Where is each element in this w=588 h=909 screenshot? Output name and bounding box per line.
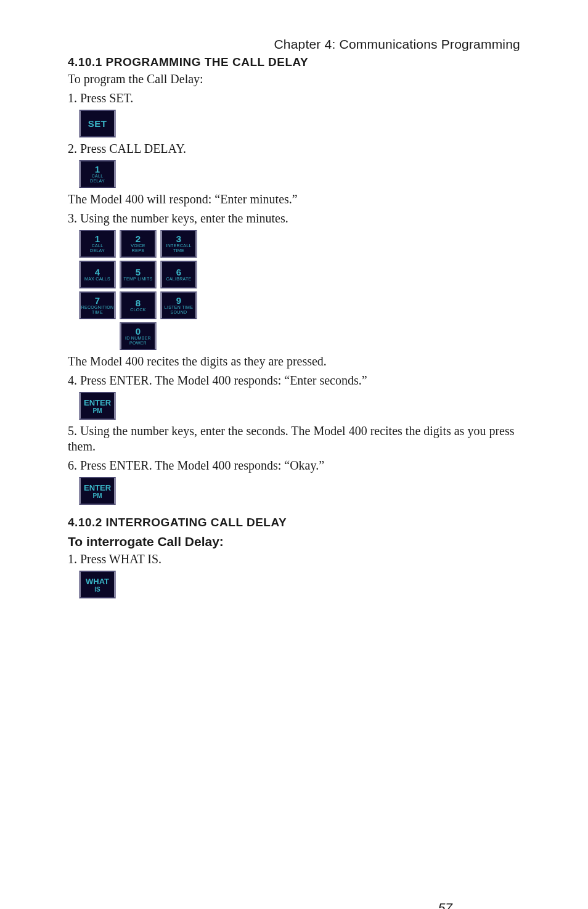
key-num: 9 [176, 296, 181, 305]
keypad-key-8: 8 CLOCK [120, 291, 157, 319]
step-1-text: 1. Press SET. [68, 91, 520, 106]
enter-label: ENTER [84, 483, 111, 492]
key-num: 0 [136, 327, 141, 336]
key-line1: RECOGNITION [81, 305, 114, 310]
key-num: 3 [176, 234, 181, 243]
response-2: The Model 400 recites the digits as they… [68, 354, 520, 369]
key-line1: CALL [92, 243, 104, 248]
intro-text: To program the Call Delay: [68, 71, 520, 87]
keypad-key-2: 2 VOICE REPS [120, 230, 157, 258]
key-line1: TEMP LIMITS [123, 277, 152, 282]
key-line1: CALL [92, 174, 104, 179]
key-num: 2 [136, 234, 141, 243]
enter-key-2: ENTER PM [79, 477, 116, 505]
key-num: 4 [95, 267, 100, 277]
response-1: The Model 400 will respond: “Enter minut… [68, 192, 520, 207]
key-line2: POWER [129, 341, 147, 346]
key-num: 1 [95, 165, 100, 174]
key-line1: VOICE [131, 243, 145, 248]
page-number: 57 [438, 900, 452, 909]
step-4-text: 4. Press ENTER. The Model 400 responds: … [68, 373, 520, 388]
key-num: 1 [95, 234, 100, 243]
key-line1: INTERCALL [166, 243, 191, 248]
enter-sub: PM [93, 492, 102, 499]
key-line1: MAX CALLS [84, 277, 110, 282]
enter-key: ENTER PM [79, 392, 116, 420]
numeric-keypad: 1 CALL DELAY 2 VOICE REPS 3 INTERCALL TI… [79, 230, 520, 350]
key-line2: DELAY [90, 248, 105, 253]
keypad-key-9: 9 LISTEN TIME SOUND [160, 291, 197, 319]
step-5-text: 5. Using the number keys, enter the seco… [68, 423, 520, 454]
step-6-text: 6. Press ENTER. The Model 400 responds: … [68, 458, 520, 473]
keypad-key-5: 5 TEMP LIMITS [120, 261, 157, 288]
chapter-header: Chapter 4: Communications Programming [68, 37, 520, 52]
key-num: 8 [136, 298, 141, 308]
key-line2: REPS [132, 248, 144, 253]
step-2-text: 2. Press CALL DELAY. [68, 141, 520, 157]
set-key-label: SET [88, 118, 107, 129]
keypad-key-3: 3 INTERCALL TIME [160, 230, 197, 258]
key-line1: CALIBRATE [166, 277, 191, 282]
key-num: 7 [95, 296, 100, 305]
whatis-line1: WHAT [86, 577, 109, 586]
call-delay-key: 1 CALL DELAY [79, 160, 116, 188]
key-line2: TIME [92, 310, 103, 315]
enter-label: ENTER [84, 398, 111, 407]
key-line2: SOUND [171, 310, 187, 315]
set-key: SET [79, 110, 116, 137]
keypad-key-4: 4 MAX CALLS [79, 261, 116, 288]
step-1-text-4-10-2: 1. Press WHAT IS. [68, 552, 520, 567]
key-line2: TIME [173, 248, 184, 253]
key-line1: LISTEN TIME [165, 305, 193, 310]
section-heading-4-10-2: 4.10.2 INTERROGATING CALL DELAY [68, 516, 520, 529]
enter-sub: PM [93, 407, 102, 414]
key-num: 5 [136, 267, 141, 277]
key-line2: DELAY [90, 179, 105, 184]
step-3-text: 3. Using the number keys, enter the minu… [68, 211, 520, 226]
key-line1: CLOCK [130, 308, 146, 312]
key-num: 6 [176, 267, 181, 277]
subheading-interrogate: To interrogate Call Delay: [68, 534, 520, 549]
keypad-key-6: 6 CALIBRATE [160, 261, 197, 288]
keypad-key-1: 1 CALL DELAY [79, 230, 116, 258]
key-line1: ID NUMBER [125, 336, 151, 341]
section-heading-4-10-1: 4.10.1 PROGRAMMING THE CALL DELAY [68, 55, 520, 69]
keypad-key-7: 7 RECOGNITION TIME [79, 291, 116, 319]
what-is-key: WHAT IS [79, 571, 116, 598]
whatis-line2: IS [94, 586, 100, 593]
keypad-key-0: 0 ID NUMBER POWER [120, 322, 157, 350]
